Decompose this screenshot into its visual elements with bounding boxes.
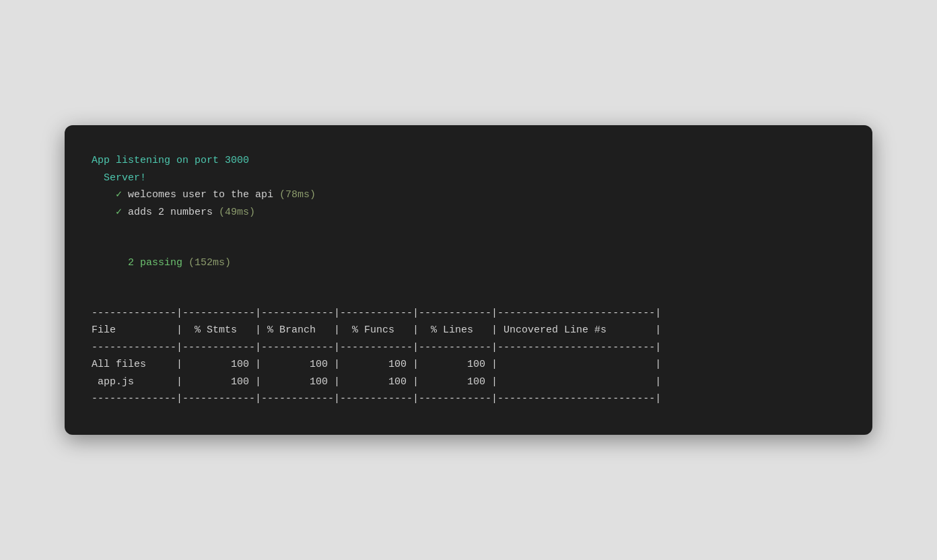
table-divider-mid: --------------|------------|------------… — [92, 339, 845, 357]
checkmark-2: ✓ — [116, 207, 122, 218]
table-divider-bottom: --------------|------------|------------… — [92, 390, 845, 408]
passing-count: 2 passing — [116, 257, 188, 269]
line-test-1: ✓ welcomes user to the api (78ms) — [92, 186, 845, 204]
table-row-app-js: app.js | 100 | 100 | 100 | 100 | | — [92, 374, 845, 391]
terminal-window: App listening on port 3000 Server! ✓ wel… — [65, 125, 872, 435]
table-divider-top: --------------|------------|------------… — [92, 305, 845, 322]
line-passing: 2 passing (152ms) — [92, 237, 845, 289]
line-app-listening: App listening on port 3000 — [92, 152, 845, 170]
coverage-table: --------------|------------|------------… — [92, 305, 845, 408]
checkmark-1: ✓ — [116, 189, 122, 201]
line-server: Server! — [92, 170, 845, 187]
line-test-2: ✓ adds 2 numbers (49ms) — [92, 204, 845, 221]
table-header: File | % Stmts | % Branch | % Funcs | % … — [92, 322, 845, 339]
test-1-text: welcomes user to the api (78ms) — [122, 189, 316, 201]
test-2-text: adds 2 numbers (49ms) — [122, 207, 255, 218]
passing-time: (152ms) — [188, 257, 231, 269]
table-row-all-files: All files | 100 | 100 | 100 | 100 | | — [92, 356, 845, 374]
